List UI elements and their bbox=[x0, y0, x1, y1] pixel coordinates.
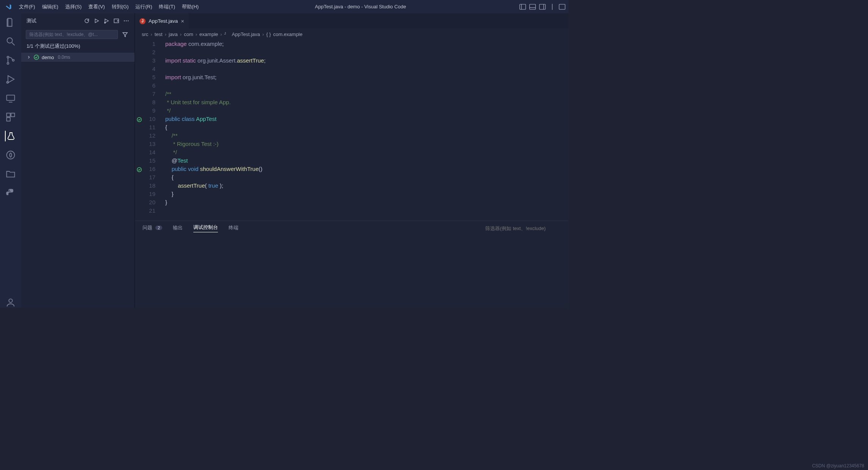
breadcrumb-item[interactable]: test bbox=[155, 31, 163, 37]
code-line[interactable]: import org.junit.Test; bbox=[165, 73, 569, 81]
more-icon[interactable] bbox=[123, 18, 129, 24]
source-control-icon[interactable] bbox=[5, 55, 16, 66]
svg-rect-2 bbox=[530, 4, 536, 9]
editor-tabs: J AppTest.java × bbox=[135, 13, 569, 28]
debug-all-icon[interactable] bbox=[103, 18, 110, 24]
gutter-glyph[interactable] bbox=[135, 207, 143, 215]
code-editor[interactable]: 123456789101112131415161718192021 packag… bbox=[135, 40, 569, 221]
gutter-glyph[interactable] bbox=[135, 82, 143, 90]
test-filter-input[interactable] bbox=[26, 30, 118, 39]
gutter-glyph[interactable] bbox=[135, 49, 143, 57]
refresh-icon[interactable] bbox=[84, 18, 90, 24]
menu-item[interactable]: 帮助(H) bbox=[179, 2, 202, 12]
extensions-icon[interactable] bbox=[5, 112, 16, 122]
gutter-glyph[interactable] bbox=[135, 140, 143, 149]
svg-point-8 bbox=[7, 38, 13, 43]
close-icon[interactable]: × bbox=[181, 18, 184, 24]
code-line[interactable]: package com.example; bbox=[165, 40, 569, 48]
python-icon[interactable] bbox=[5, 188, 16, 198]
gutter-glyph[interactable] bbox=[135, 99, 143, 107]
panel-tab[interactable]: 问题2 bbox=[143, 224, 162, 232]
panel-body[interactable] bbox=[135, 235, 569, 308]
menu-item[interactable]: 编辑(E) bbox=[39, 2, 61, 12]
gutter-glyph[interactable] bbox=[135, 190, 143, 199]
split-icon[interactable] bbox=[549, 3, 556, 10]
gutter-glyph[interactable] bbox=[135, 65, 143, 74]
gutter-glyph[interactable] bbox=[135, 57, 143, 65]
line-number: 1 bbox=[143, 40, 155, 48]
code-line[interactable]: */ bbox=[165, 107, 569, 115]
panel-tab[interactable]: 输出 bbox=[173, 224, 183, 232]
breadcrumb-item[interactable]: java bbox=[169, 31, 178, 37]
testing-icon[interactable] bbox=[5, 131, 16, 141]
menu-item[interactable]: 终端(T) bbox=[156, 2, 178, 12]
gutter-glyph[interactable] bbox=[135, 157, 143, 165]
gutter-glyph[interactable] bbox=[135, 115, 143, 124]
code-line[interactable]: public void shouldAnswerWithTrue() bbox=[165, 165, 569, 173]
breadcrumb-item[interactable]: com bbox=[184, 31, 193, 37]
menu-item[interactable]: 选择(S) bbox=[62, 2, 85, 12]
filter-icon[interactable] bbox=[120, 30, 130, 39]
menu-item[interactable]: 转到(G) bbox=[109, 2, 132, 12]
breadcrumb-item[interactable]: src bbox=[142, 31, 148, 37]
code-line[interactable]: public class AppTest bbox=[165, 115, 569, 123]
breadcrumb-item[interactable]: com.example bbox=[273, 31, 302, 37]
gutter-glyph[interactable] bbox=[135, 174, 143, 182]
panel-tab[interactable]: 终端 bbox=[229, 224, 238, 232]
spring-icon[interactable] bbox=[5, 150, 16, 160]
search-icon[interactable] bbox=[5, 36, 16, 47]
breadcrumb-item[interactable]: AppTest.java bbox=[232, 31, 260, 37]
code-line[interactable] bbox=[165, 65, 569, 73]
gutter-glyph[interactable] bbox=[135, 199, 143, 207]
java-file-icon: J bbox=[139, 18, 146, 24]
code-line[interactable]: /** bbox=[165, 90, 569, 98]
menu-item[interactable]: 文件(F) bbox=[16, 2, 38, 12]
line-number: 20 bbox=[143, 198, 155, 207]
show-output-icon[interactable] bbox=[113, 18, 119, 24]
panel-tab[interactable]: 调试控制台 bbox=[193, 224, 218, 232]
code-line[interactable]: * Unit test for simple App. bbox=[165, 98, 569, 107]
test-tree-item[interactable]: demo 0.0ms bbox=[21, 53, 135, 62]
gutter-glyph[interactable] bbox=[135, 40, 143, 49]
code-line[interactable]: /** bbox=[165, 132, 569, 140]
code-line[interactable] bbox=[165, 48, 569, 56]
remote-icon[interactable] bbox=[5, 93, 16, 103]
explorer-icon[interactable] bbox=[5, 17, 16, 28]
code-line[interactable] bbox=[165, 81, 569, 90]
tab-label: AppTest.java bbox=[149, 18, 178, 24]
gutter-glyph[interactable] bbox=[135, 149, 143, 157]
account-icon[interactable] bbox=[5, 297, 16, 308]
panel-filter-input[interactable] bbox=[485, 226, 561, 231]
code-line[interactable]: { bbox=[165, 123, 569, 132]
gutter-glyph[interactable] bbox=[135, 124, 143, 132]
run-debug-icon[interactable] bbox=[5, 74, 16, 85]
code-line[interactable]: } bbox=[165, 190, 569, 198]
chevron-right-icon: › bbox=[150, 31, 152, 37]
code-line[interactable]: * Rigorous Test :-) bbox=[165, 140, 569, 148]
breadcrumbs[interactable]: src›test›java›com›example›JAppTest.java›… bbox=[135, 28, 569, 40]
code-line[interactable] bbox=[165, 207, 569, 215]
breadcrumb-item[interactable]: example bbox=[199, 31, 218, 37]
layout-icon[interactable] bbox=[559, 3, 566, 10]
panel-right-icon[interactable] bbox=[539, 3, 546, 10]
gutter-glyph[interactable] bbox=[135, 107, 143, 115]
code-line[interactable]: assertTrue( true ); bbox=[165, 182, 569, 190]
code-line[interactable]: @Test bbox=[165, 157, 569, 165]
gutter-glyph[interactable] bbox=[135, 90, 143, 99]
code-line[interactable]: { bbox=[165, 173, 569, 182]
gutter-glyph[interactable] bbox=[135, 165, 143, 174]
folder-icon[interactable] bbox=[5, 169, 16, 179]
menu-item[interactable]: 查看(V) bbox=[85, 2, 108, 12]
svg-rect-17 bbox=[7, 113, 10, 117]
gutter-glyph[interactable] bbox=[135, 132, 143, 140]
code-line[interactable]: } bbox=[165, 198, 569, 207]
run-all-icon[interactable] bbox=[94, 18, 100, 24]
gutter-glyph[interactable] bbox=[135, 182, 143, 190]
menu-item[interactable]: 运行(R) bbox=[132, 2, 155, 12]
code-line[interactable]: import static org.junit.Assert.assertTru… bbox=[165, 56, 569, 65]
code-line[interactable]: */ bbox=[165, 148, 569, 157]
panel-bottom-icon[interactable] bbox=[529, 3, 536, 10]
gutter-glyph[interactable] bbox=[135, 74, 143, 82]
tab-apptest[interactable]: J AppTest.java × bbox=[135, 13, 189, 28]
panel-left-icon[interactable] bbox=[519, 3, 526, 10]
